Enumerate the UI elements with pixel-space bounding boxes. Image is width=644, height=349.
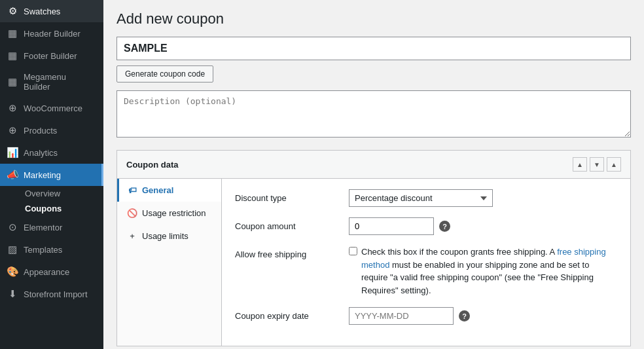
allow-free-shipping-control: Check this box if the coupon grants free…	[349, 246, 617, 297]
usage-restriction-tab-icon: 🚫	[127, 208, 137, 218]
main-content: Add new coupon Generate coupon code Coup…	[103, 0, 644, 349]
collapse-up-button[interactable]: ▲	[573, 157, 587, 172]
coupon-expiry-date-label: Coupon expiry date	[235, 307, 340, 321]
coupon-expiry-date-control: ?	[349, 307, 617, 325]
appearance-icon: 🎨	[7, 266, 18, 278]
megamenu-label: MegamenuBuilder	[24, 72, 66, 92]
sidebar-item-elementor[interactable]: ⊙ Elementor	[0, 216, 103, 238]
sidebar-sub-item-coupons[interactable]: Coupons	[18, 201, 103, 216]
sidebar-item-marketing[interactable]: 📣 Marketing	[0, 164, 103, 186]
sidebar-item-woocommerce[interactable]: ⊕ WooCommerce	[0, 97, 103, 119]
storefront-import-icon: ⬇	[7, 288, 18, 300]
sidebar-item-products[interactable]: ⊕ Products	[0, 119, 103, 141]
allow-free-shipping-row: Allow free shipping Check this box if th…	[235, 246, 617, 297]
sidebar-item-megamenu-builder[interactable]: ▦ MegamenuBuilder	[0, 67, 103, 97]
sidebar-item-header-builder[interactable]: ▦ Header Builder	[0, 22, 103, 45]
allow-free-shipping-label: Allow free shipping	[235, 246, 340, 259]
discount-type-select[interactable]: Percentage discount Fixed cart discount …	[349, 189, 493, 207]
sidebar: ⚙ Swatches ▦ Header Builder ▦ Footer Bui…	[0, 0, 103, 349]
coupon-expiry-date-help-icon[interactable]: ?	[459, 310, 470, 321]
megamenu-builder-icon: ▦	[7, 76, 18, 88]
sidebar-item-swatches[interactable]: ⚙ Swatches	[0, 0, 103, 22]
coupon-expiry-date-input[interactable]	[349, 307, 454, 325]
coupon-amount-input[interactable]	[349, 217, 434, 235]
templates-icon: ▨	[7, 244, 18, 255]
coupon-tab-content: Discount type Percentage discount Fixed …	[222, 179, 630, 346]
marketing-submenu: Overview Coupons	[0, 186, 103, 216]
coupon-amount-row: Coupon amount ?	[235, 217, 617, 235]
discount-type-label: Discount type	[235, 189, 340, 203]
coupon-data-body: 🏷 General 🚫 Usage restriction + Usage li…	[117, 179, 630, 346]
usage-limits-tab-icon: +	[127, 231, 137, 241]
sidebar-item-appearance[interactable]: 🎨 Appearance	[0, 261, 103, 283]
collapse-down-button[interactable]: ▼	[590, 157, 604, 172]
coupon-code-input[interactable]	[116, 37, 631, 60]
coupon-amount-control: ?	[349, 217, 617, 235]
elementor-icon: ⊙	[7, 221, 18, 233]
discount-type-row: Discount type Percentage discount Fixed …	[235, 189, 617, 207]
sidebar-sub-item-overview[interactable]: Overview	[18, 186, 103, 201]
coupon-data-panel: Coupon data ▲ ▼ ▲ 🏷 General 🚫 Usage rest…	[116, 150, 631, 346]
discount-type-control: Percentage discount Fixed cart discount …	[349, 189, 617, 207]
sidebar-item-analytics[interactable]: 📊 Analytics	[0, 141, 103, 164]
tab-usage-restriction[interactable]: 🚫 Usage restriction	[117, 202, 221, 225]
woocommerce-icon: ⊕	[7, 102, 18, 114]
tab-general[interactable]: 🏷 General	[117, 179, 221, 202]
sidebar-item-footer-builder[interactable]: ▦ Footer Builder	[0, 45, 103, 67]
swatches-icon: ⚙	[7, 5, 18, 17]
coupon-amount-label: Coupon amount	[235, 217, 340, 231]
free-shipping-checkbox-group: Check this box if the coupon grants free…	[349, 246, 617, 297]
page-title: Add new coupon	[116, 10, 631, 28]
coupon-data-header: Coupon data ▲ ▼ ▲	[117, 151, 630, 179]
description-textarea[interactable]	[116, 90, 631, 138]
general-tab-icon: 🏷	[127, 185, 137, 195]
sidebar-item-storefront-import[interactable]: ⬇ Storefront Import	[0, 283, 103, 305]
header-builder-icon: ▦	[7, 28, 18, 39]
sidebar-item-templates[interactable]: ▨ Templates	[0, 238, 103, 261]
coupon-data-title: Coupon data	[126, 160, 573, 170]
header-controls: ▲ ▼ ▲	[573, 157, 621, 172]
tab-usage-limits[interactable]: + Usage limits	[117, 225, 221, 248]
products-icon: ⊕	[7, 124, 18, 136]
generate-coupon-code-button[interactable]: Generate coupon code	[116, 65, 213, 83]
allow-free-shipping-checkbox[interactable]	[349, 247, 357, 255]
free-shipping-description: Check this box if the coupon grants free…	[361, 246, 617, 297]
analytics-icon: 📊	[7, 147, 18, 158]
coupon-tabs: 🏷 General 🚫 Usage restriction + Usage li…	[117, 179, 222, 346]
footer-builder-icon: ▦	[7, 50, 18, 62]
coupon-expiry-date-row: Coupon expiry date ?	[235, 307, 617, 325]
marketing-icon: 📣	[7, 169, 18, 181]
coupon-amount-help-icon[interactable]: ?	[439, 221, 450, 232]
toggle-panel-button[interactable]: ▲	[607, 157, 621, 172]
